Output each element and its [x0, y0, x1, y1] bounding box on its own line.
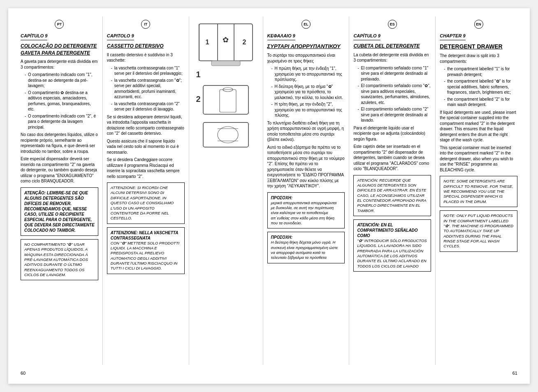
svg-rect-11 [220, 90, 236, 112]
svg-text:✿: ✿ [223, 36, 229, 44]
column-es: ES CAPÍTULO 9 CUBETA DEL DETERGENTE La c… [349, 16, 436, 365]
body-it: Il cassetto detersivo è suddiviso in 3 v… [107, 52, 185, 63]
note2-el: ΠΡΟΣΟΧΗ: Η δεύτερη θήκη δέχεται μόνο υγρ… [267, 232, 345, 263]
note1-it: ATTENZIONE: SI RICORDI CHE ALCUNI DETERS… [107, 182, 185, 224]
page: PT CAPÍTULO 9 COLOCAÇÃO DO DETERGENTE GA… [8, 8, 530, 384]
lang-badge-en: EN [474, 20, 483, 29]
note1-el: ΠΡΟΣΟΧΗ: μερικά απορρυπαντικά απορροφώντ… [267, 192, 345, 229]
chapter-el: ΚΕΦΑΛΑΙΟ 9 [267, 33, 295, 40]
bullet-pt-1: O compartimento ✿ destina-se a aditivos … [25, 90, 98, 112]
note2-title-it: ATTENZIONE: NELLA VASCHETTA CONTRASSEGNA… [111, 230, 181, 241]
body-en: The detergent draw is split into 3 compa… [440, 53, 517, 64]
note2-pt: NO COMPARTIMENTO "✿" USAR APENAS PRODUTO… [21, 239, 98, 280]
note2-text-en: NOTE: ONLY PUT LIQUID PRODUCTS IN THE CO… [443, 213, 514, 249]
svg-text:2: 2 [243, 39, 246, 46]
note2-text-es: "✿" INTRODUCIR SÓLO PRODUCTOS LÍQUIDOS. … [357, 238, 427, 269]
bullet-it-1: la vaschetta contrassegnata con "✿"; ser… [111, 78, 185, 100]
svg-rect-7 [211, 61, 240, 66]
chapter-pt: CAPÍTULO 9 [21, 33, 47, 40]
title-el: ΣΥΡΤΑΡΙ ΑΠΟΡΡΥΠΑΝΤΙΚΟΥ [267, 43, 345, 50]
note1-pt: ATENÇÃO: LEMBRE-SE DE QUE ALGUNS DETERGE… [21, 187, 98, 236]
chapter-es: CAPÍTULO 9 [353, 33, 380, 40]
page-numbers: 60 61 [16, 369, 522, 376]
body3-en: This special container must be inserted … [440, 145, 517, 173]
note2-text-it: CON "✿" METTERE SOLO PRODOTTI LIQUIDI. L… [111, 241, 181, 271]
note2-title-es: ATENCIÓN: EN EL COMPARTIMENTO SEÑALADO C… [357, 222, 427, 238]
note1-title-el: ΠΡΟΣΟΧΗ: [271, 195, 341, 201]
body2-pt: No caso dos detergentes líquidos, utiliz… [21, 132, 98, 154]
bullet-en-2: the compartment labelled "2" is for main… [444, 97, 517, 108]
title-it: CASSETTO DETERSIVO [107, 43, 185, 50]
lang-badge-pt: PT [55, 20, 64, 29]
bullets-el: Η πρώτη θήκη, με την ένδειξη "1", χρησιμ… [267, 66, 345, 118]
column-en: EN CHAPTER 9 DETERGENT DRAWER The deterg… [436, 16, 522, 365]
body3-el: Αυτό το ειδικό εξάρτημα θα πρέπει να το … [267, 145, 345, 189]
column-pt: PT CAPÍTULO 9 COLOCAÇÃO DO DETERGENTE GA… [16, 16, 103, 365]
note2-text-el: Η δεύτερη θήκη δέχεται μόνο υγρά. Η συσκ… [271, 240, 341, 260]
body-el: Το συρτάρι του απορρυπαντικού είναι χωρι… [267, 53, 345, 64]
main-content: PT CAPÍTULO 9 COLOCAÇÃO DO DETERGENTE GA… [16, 16, 522, 365]
note2-es: ATENCIÓN: EN EL COMPARTIMENTO SEÑALADO C… [353, 219, 431, 272]
lang-badge-el: EL [301, 20, 311, 29]
svg-point-14 [218, 127, 238, 143]
body2-es: Para el detergente liquido usar el recip… [353, 125, 431, 142]
drawer-diagram-svg: 1 ✿ 2 1 2 [195, 20, 257, 151]
bullet-el-2: Η τρίτη θήκη, με την ένδειξη "2", χρησιμ… [271, 101, 345, 118]
note1-text-it: ATTENZIONE: SI RICORDI CHE ALCUNI DETERS… [111, 185, 181, 221]
note2-text-pt: NO COMPARTIMENTO "✿" USAR APENAS PRODUTO… [24, 242, 95, 277]
bullet-en-0: the compartment labelled "1" is for prew… [444, 66, 517, 77]
body3-pt: Este especial dispensador deverá ser ins… [21, 156, 98, 184]
svg-text:1: 1 [206, 39, 209, 46]
bullet-pt-0: O compartimento indicado com "1", destin… [25, 72, 98, 89]
bullet-el-1: Η δεύτερη θήκη, με το σήμα "✿" χρησιμεύε… [271, 84, 345, 101]
bullets-pt: O compartimento indicado com "1", destin… [21, 72, 98, 130]
bullets-es: El compartimento señalado como "1" sirve… [353, 65, 431, 123]
body2-en: If liquid detergents are used, please in… [440, 110, 517, 143]
title-es: CUBETA DEL DETERGENTE [353, 43, 431, 50]
body2-it: Se si desidera adoperare detersivi liqui… [107, 114, 185, 136]
column-it: IT CAPITOLO 9 CASSETTO DETERSIVO Il cass… [103, 16, 189, 365]
page-number-right: 61 [512, 371, 517, 376]
svg-text:2: 2 [196, 95, 201, 104]
body2-el: Το πλυντήριο διαθέτει ειδική θήκη για τη… [267, 120, 345, 143]
note1-es: ATENCIÓN: RECUERDE QUE ALGUNOS DETERGENT… [353, 175, 431, 216]
bullet-es-0: El compartimento señalado como "1" sirve… [357, 65, 431, 82]
body-pt: A gaveta para detergente está dividida e… [21, 59, 98, 70]
note2-en: NOTE: ONLY PUT LIQUID PRODUCTS IN THE CO… [440, 210, 517, 251]
bullets-it: la vaschetta contrassegnata con "1" serv… [107, 65, 185, 112]
bullet-it-2: la vaschetta contrassegnata con "2" serv… [111, 101, 185, 112]
lang-badge-es: ES [388, 20, 397, 29]
note2-it: ATTENZIONE: NELLA VASCHETTA CONTRASSEGNA… [107, 227, 185, 274]
bullet-es-2: El compartimento señalado como "2" sirve… [357, 106, 431, 123]
column-el: EL ΚΕΦΑΛΑΙΟ 9 ΣΥΡΤΑΡΙ ΑΠΟΡΡΥΠΑΝΤΙΚΟΥ Το … [263, 16, 350, 365]
bullets-en: the compartment labelled "1" is for prew… [440, 66, 517, 108]
note2-title-el: ΠΡΟΣΟΧΗ: [271, 235, 341, 240]
note1-title-pt: ATENÇÃO: LEMBRE-SE DE QUE ALGUNS DETERGE… [24, 190, 95, 233]
body3-it: Questo assicura che il sapone liquido va… [107, 138, 185, 155]
center-diagram-column: 1 ✿ 2 1 2 [189, 16, 263, 365]
bullet-el-0: Η πρώτη θήκη, με την ένδειξη "1", χρησιμ… [271, 66, 345, 83]
title-pt: COLOCAÇÃO DO DETERGENTE GAVETA PARA DETE… [21, 43, 98, 57]
note1-text-el: μερικά απορρυπαντικά απορροφώνται με δυσ… [271, 201, 341, 226]
bullet-it-0: la vaschetta contrassegnata con "1" serv… [111, 65, 185, 76]
note1-text-es: ATENCIÓN: RECUERDE QUE ALGUNOS DETERGENT… [357, 178, 427, 213]
note1-text-en: NOTE: SOME DETERGENTS ARE DIFFICULT TO R… [443, 179, 514, 204]
svg-text:1: 1 [196, 70, 201, 79]
bullet-en-1: the compartment labelled "✿" is for spec… [444, 78, 517, 95]
chapter-it: CAPITOLO 9 [107, 33, 134, 40]
bullet-es-1: El compartimento señalado como "✿", sirv… [357, 83, 431, 105]
title-en: DETERGENT DRAWER [440, 43, 517, 51]
body-es: La cubeta del detergente está dividida e… [353, 52, 431, 63]
bullet-pt-2: O compartimento indicado com "2", é para… [25, 113, 98, 130]
chapter-en: CHAPTER 9 [440, 33, 465, 40]
page-number-left: 60 [21, 371, 26, 376]
svg-rect-13 [203, 122, 248, 147]
lang-badge-it: IT [141, 20, 150, 29]
body3-es: Este cajetín debe ser insertado en el co… [353, 144, 431, 172]
body4-it: Se si desidera Candeggiare occorre utili… [107, 157, 185, 179]
note1-en: NOTE: SOME DETERGENTS ARE DIFFICULT TO R… [440, 176, 517, 207]
